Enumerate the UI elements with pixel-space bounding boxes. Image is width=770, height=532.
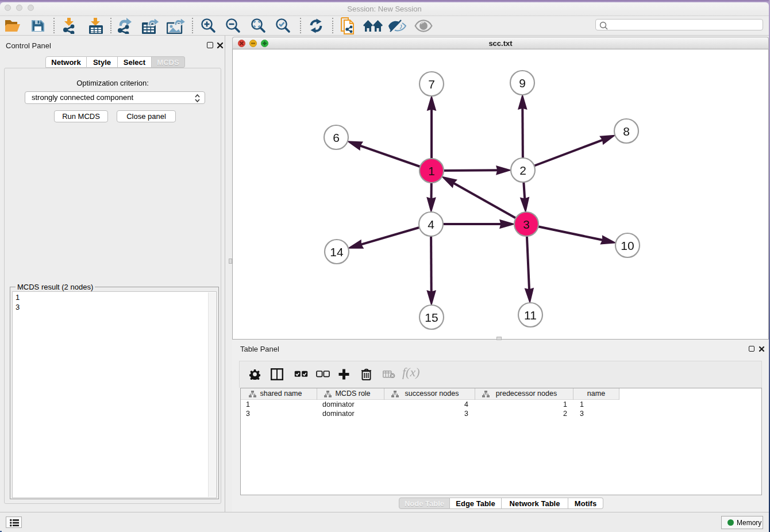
svg-text:15: 15 — [425, 311, 438, 324]
svg-text:6: 6 — [333, 131, 340, 144]
svg-text:8: 8 — [623, 125, 630, 138]
svg-text:9: 9 — [519, 76, 526, 90]
svg-text:10: 10 — [621, 239, 634, 252]
svg-text:14: 14 — [330, 245, 344, 259]
svg-text:1: 1 — [428, 164, 435, 178]
svg-text:3: 3 — [523, 218, 530, 231]
svg-text:7: 7 — [428, 78, 435, 91]
svg-text:4: 4 — [428, 218, 434, 231]
svg-text:2: 2 — [519, 164, 526, 177]
svg-text:11: 11 — [524, 309, 537, 322]
